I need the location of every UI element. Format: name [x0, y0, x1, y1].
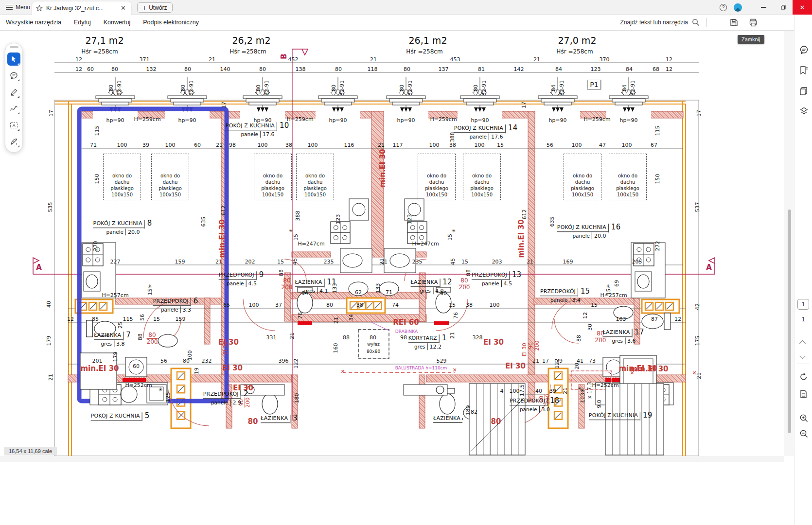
minimize-button[interactable] [754, 0, 773, 15]
plan-label: wyłaz [367, 342, 379, 347]
plan-label: EI 30 [218, 339, 239, 346]
sign-tool-button[interactable] [7, 135, 20, 148]
scrollbar-thumb[interactable] [788, 210, 791, 433]
avatar[interactable] [734, 3, 742, 12]
tools-menu-item[interactable]: Wszystkie narzędzia [6, 19, 61, 26]
plan-label: 76 [298, 312, 303, 319]
comment-icon [10, 71, 18, 80]
plan-label: 529 [437, 358, 447, 364]
plan-label: 635 [201, 217, 206, 227]
plan-label: 15 [293, 234, 299, 241]
plan-label: 203 [492, 259, 502, 264]
plan-label: ✳ [289, 229, 293, 233]
plan-label: 138 [296, 67, 306, 72]
zoom-in-icon[interactable] [798, 412, 810, 424]
tab-close-icon[interactable]: ✕ [119, 4, 127, 12]
floor-plan: 27,1 m226,2 m226,1 m227,0 m2Hśr =258cmHś… [0, 31, 784, 456]
select-tool-button[interactable] [7, 52, 20, 66]
plan-label: 142 [514, 67, 524, 72]
tooltip: Zamknij [738, 35, 764, 44]
plan-label: 74 [392, 302, 399, 308]
quick-tools-panel: A [5, 43, 23, 153]
plan-label: H=259cm [286, 117, 313, 122]
plan-label: 71 [90, 142, 97, 148]
plan-label: 56 [160, 358, 167, 364]
plan-label: REI 60 [393, 319, 419, 326]
plan-label: 80 [473, 85, 478, 91]
plan-label: 12 [75, 57, 82, 62]
draw-tool-button[interactable] [7, 102, 20, 115]
plan-label: 202 [245, 259, 255, 264]
esign-menu-item[interactable]: Podpis elektroniczny [143, 19, 199, 26]
search-control[interactable]: Znajdź tekst lub narzędzia [620, 15, 710, 30]
comment-tool-button[interactable] [7, 69, 20, 82]
plan-label: 123 [407, 214, 412, 225]
room-label: ŁAZIENKA17gres3.6 [603, 329, 645, 344]
plan-label: 19 [194, 368, 199, 374]
plan-label: 17 [49, 110, 54, 117]
skylight-box: okno dodachupłaskiego100x150 [564, 154, 601, 200]
help-icon[interactable]: ? [720, 4, 727, 11]
comments-panel-icon[interactable] [798, 44, 810, 55]
plan-label: 76 [453, 312, 459, 319]
text-select-tool-button[interactable]: A [7, 119, 20, 132]
next-page-button[interactable] [799, 353, 806, 359]
plan-label: 21 [378, 142, 385, 148]
edit-menu-item[interactable]: Edytuj [74, 19, 91, 26]
plan-label: ✕ [340, 369, 345, 374]
menu-button[interactable]: Menu [4, 3, 32, 12]
room-label: POKÓJ Z KUCHNIA16panele20.0 [557, 224, 621, 239]
layers-panel-icon[interactable] [798, 105, 810, 117]
room-label: PRZEDPOKÓJ2panele2.9 [203, 390, 249, 406]
plan-label: x 17.3 [587, 382, 592, 399]
document-canvas[interactable]: 27,1 m226,2 m226,1 m227,0 m2Hśr =258cmHś… [0, 31, 784, 456]
plan-label: EI 30 [223, 341, 228, 355]
document-tab[interactable]: Kr Jadwigi 32_rzut c... ✕ [32, 1, 131, 15]
plan-label: ✳ [158, 387, 162, 392]
plan-label: EI 30 [522, 343, 527, 356]
pages-panel-icon[interactable] [798, 85, 810, 97]
room-label: KORYTARZ1gres12.2 [408, 334, 448, 350]
plan-label: 100 [308, 142, 318, 148]
plan-label: 21 [48, 374, 53, 381]
plan-label: 227 [110, 259, 121, 264]
plan-label: 88 [576, 335, 582, 342]
plan-label: min.EI 30 [219, 219, 226, 258]
zoom-out-icon[interactable] [798, 428, 810, 439]
horizontal-scrollbar[interactable] [0, 456, 784, 462]
search-icon[interactable] [692, 18, 700, 26]
print-icon[interactable] [747, 16, 759, 29]
plan-label: 81 [478, 67, 485, 72]
fit-page-icon[interactable] [798, 388, 810, 400]
plan-label: EI 30 [222, 365, 243, 372]
maximize-button[interactable] [773, 0, 793, 15]
bookmarks-panel-icon[interactable] [798, 64, 810, 76]
plan-label: 270 [93, 241, 98, 251]
plan-label: 82-91 [481, 80, 487, 96]
previous-page-button[interactable] [799, 340, 806, 347]
save-icon[interactable] [727, 16, 740, 29]
vertical-scrollbar[interactable] [784, 31, 794, 456]
plan-label: 80 [248, 418, 258, 425]
plan-label: 159 [176, 316, 186, 322]
page-number-input[interactable]: 1 [797, 299, 809, 310]
titlebar: Menu Kr Jadwigi 32_rzut c... ✕ + Utwórz … [0, 0, 812, 15]
plan-label: 21 [696, 372, 702, 379]
room-label: PRZEDPOKÓJ13panele4.5 [472, 271, 522, 287]
search-label: Znajdź tekst lub narzędzia [620, 19, 688, 26]
rotate-page-icon[interactable] [798, 371, 810, 383]
drag-handle[interactable] [10, 46, 18, 48]
plan-label: 80 [491, 418, 501, 425]
close-button[interactable]: ✕ [793, 0, 812, 15]
plan-label: min.EI 30 [630, 366, 668, 373]
plan-label: 26,2 m2 [232, 36, 271, 45]
plan-label: H=252cm [125, 383, 152, 388]
convert-menu-item[interactable]: Konwertuj [104, 19, 131, 26]
highlight-tool-button[interactable] [7, 86, 20, 99]
star-icon[interactable] [36, 5, 43, 12]
plan-label: hp=90 [329, 118, 347, 123]
plan-label: 4 [500, 388, 504, 394]
room-label: PRZEDPOKÓJ9panele4.5 [219, 271, 265, 287]
create-button[interactable]: + Utwórz [137, 2, 173, 13]
room-label: POKÓJ Z KUCHNIA5 [91, 412, 151, 421]
